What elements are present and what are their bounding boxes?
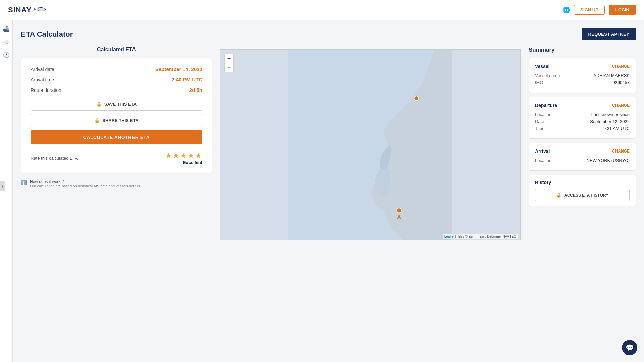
top-navigation: SINAY 🌐 SIGN UP LOGIN — [0, 0, 644, 20]
route-duration-label: Route duration — [31, 87, 61, 93]
calculate-another-button[interactable]: CALCULATE ANOTHER ETA — [31, 130, 202, 144]
map-zoom-controls: + − — [224, 54, 234, 72]
access-history-button[interactable]: 🔒 ACCESS ETA HISTORY — [535, 189, 630, 201]
globe-icon[interactable]: 🌐 — [562, 6, 570, 14]
leaflet-link[interactable]: Leaflet — [444, 235, 454, 238]
footer-info: ℹ️ How does it work ? Our calculation ar… — [21, 179, 212, 188]
save-eta-label: SAVE THIS ETA — [104, 102, 137, 107]
vessel-section: Vessel CHANGE Vessel name ADRIAN MAERSK … — [529, 58, 636, 93]
departure-date-value: September 12, 2022 — [590, 119, 630, 124]
departure-location-label: Location — [535, 112, 551, 117]
calculated-eta-title: Calculated ETA — [21, 47, 212, 53]
zoom-out-button[interactable]: − — [224, 63, 234, 72]
departure-date-row: Date September 12, 2022 — [535, 119, 630, 124]
svg-point-6 — [414, 96, 419, 101]
history-section: History 🔒 ACCESS ETA HISTORY — [529, 175, 636, 206]
footer-description: Our calculation are based on historical … — [30, 184, 141, 188]
arrival-location-row: Location NEW YORK (USNYC) — [535, 158, 630, 163]
departure-time-row: Time 9:31 AM UTC — [535, 126, 630, 131]
arrival-change-link[interactable]: CHANGE — [612, 149, 630, 154]
arrival-location-label: Location — [535, 158, 551, 163]
departure-section-title: Departure — [535, 103, 557, 108]
history-icon[interactable]: 🕐 — [3, 52, 10, 58]
map-container[interactable]: + − — [220, 49, 521, 240]
vessel-name-label: Vessel name — [535, 73, 560, 78]
logo-text: SINAY — [8, 6, 32, 14]
lock-icon-save: 🔒 — [96, 102, 102, 107]
vessel-section-title: Vessel — [535, 64, 550, 69]
share-eta-button[interactable]: 🔒 SHARE THIS ETA — [31, 114, 202, 127]
page-header: ETA Calculator REQUEST API KEY — [21, 28, 636, 40]
imo-row: IMO 9260457 — [535, 80, 630, 85]
arrival-date-label: Arrival date — [31, 67, 54, 72]
ship-icon[interactable]: 🚢 — [3, 25, 10, 32]
arrival-time-row: Arrival time 2:40 PM UTC — [31, 77, 202, 82]
arrival-date-row: Arrival date September 14, 2022 — [31, 66, 202, 72]
departure-location-row: Location Last known position — [535, 112, 630, 117]
stars[interactable]: ★★★★★ — [165, 151, 202, 160]
map-attribution: Leaflet | Tiles © Esri — Esri, DeLorme, … — [443, 234, 518, 239]
departure-time-label: Time — [535, 126, 544, 131]
svg-point-0 — [44, 8, 45, 9]
cloud-icon[interactable]: ☁️ — [3, 39, 10, 45]
departure-date-label: Date — [535, 119, 544, 124]
departure-header: Departure CHANGE — [535, 103, 630, 108]
imo-value: 9260457 — [612, 80, 630, 85]
vessel-name-value: ADRIAN MAERSK — [593, 73, 630, 78]
arrival-header: Arrival CHANGE — [535, 148, 630, 154]
imo-label: IMO — [535, 80, 543, 85]
rating-section: Rate this calculated ETA ★★★★★ Excellent — [31, 150, 202, 165]
attribution-text: | Tiles © Esri — Esri, DeLorme, NAVTEQ — [455, 235, 516, 238]
arrival-time-value: 2:40 PM UTC — [171, 77, 202, 82]
departure-change-link[interactable]: CHANGE — [612, 103, 630, 108]
vessel-name-row: Vessel name ADRIAN MAERSK — [535, 73, 630, 78]
rate-label: Rate this calculated ETA — [31, 156, 78, 161]
arrival-date-value: September 14, 2022 — [155, 66, 202, 72]
chevron-left-icon: ❮ — [1, 184, 4, 188]
lock-icon-share: 🔒 — [94, 118, 100, 123]
arrival-location-value: NEW YORK (USNYC) — [587, 158, 630, 163]
footer-text-area: How does it work ? Our calculation are b… — [30, 179, 141, 188]
departure-location-value: Last known position — [591, 112, 630, 117]
arrival-section-title: Arrival — [535, 148, 550, 154]
svg-point-4 — [397, 208, 401, 213]
arrival-section: Arrival CHANGE Location NEW YORK (USNYC) — [529, 143, 636, 171]
page-title: ETA Calculator — [21, 30, 73, 39]
chat-button[interactable]: 💬 — [622, 340, 637, 355]
map-section: + − — [220, 47, 521, 240]
logo-fish-icon — [34, 5, 47, 15]
history-title: History — [535, 180, 630, 185]
vessel-header: Vessel CHANGE — [535, 64, 630, 69]
left-panel: Calculated ETA Arrival date September 14… — [21, 47, 212, 240]
zoom-in-button[interactable]: + — [224, 54, 234, 63]
how-it-works-text: How does it work ? — [30, 179, 141, 184]
summary-title: Summary — [529, 47, 636, 53]
route-duration-row: Route duration 2d 5h — [31, 87, 202, 93]
save-eta-button[interactable]: 🔒 SAVE THIS ETA — [31, 98, 202, 111]
map-svg — [220, 50, 520, 240]
nav-right: 🌐 SIGN UP LOGIN — [562, 5, 636, 15]
summary-panel: Summary Vessel CHANGE Vessel name ADRIAN… — [529, 47, 636, 240]
arrival-time-label: Arrival time — [31, 77, 54, 82]
sidebar-toggle[interactable]: ❮ — [0, 181, 5, 191]
eta-info-card: Arrival date September 14, 2022 Arrival … — [21, 58, 212, 173]
access-history-label: ACCESS ETA HISTORY — [564, 193, 608, 198]
signup-button[interactable]: SIGN UP — [574, 5, 604, 15]
lock-icon-history: 🔒 — [556, 193, 561, 198]
main-content: ETA Calculator REQUEST API KEY Calculate… — [13, 20, 644, 362]
chat-icon: 💬 — [626, 344, 634, 352]
rating-text: Excellent — [165, 160, 202, 165]
vessel-change-link[interactable]: CHANGE — [612, 64, 630, 69]
route-duration-value: 2d 5h — [189, 87, 202, 93]
info-icon: ℹ️ — [21, 180, 27, 186]
left-sidebar: 🚢 ☁️ 🕐 — [0, 20, 13, 362]
content-row: Calculated ETA Arrival date September 14… — [21, 47, 636, 240]
departure-section: Departure CHANGE Location Last known pos… — [529, 97, 636, 139]
stars-area: ★★★★★ Excellent — [165, 151, 202, 165]
departure-time-value: 9:31 AM UTC — [603, 126, 630, 131]
logo-area: SINAY — [8, 5, 47, 15]
share-eta-label: SHARE THIS ETA — [102, 118, 138, 123]
login-button[interactable]: LOGIN — [609, 5, 636, 15]
request-api-key-button[interactable]: REQUEST API KEY — [582, 28, 636, 40]
